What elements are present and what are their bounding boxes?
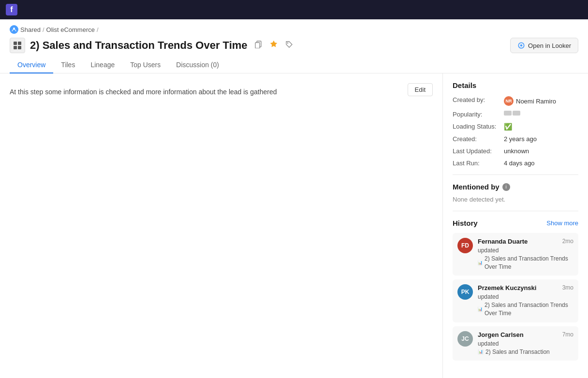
topbar-logo: f xyxy=(6,4,17,15)
history-time-pk: 3mo xyxy=(562,284,573,291)
tag-button[interactable] xyxy=(283,39,295,52)
created-by-label: Created by: xyxy=(453,96,501,103)
content-area: Edit At this step some information is ch… xyxy=(0,73,443,378)
breadcrumb-sep-2: / xyxy=(97,26,99,33)
history-desc-pk: updated 📊 2) Sales and Transaction Trend… xyxy=(478,293,573,317)
history-content-fd: Fernanda Duarte 2mo updated 📊 2) Sales a… xyxy=(478,238,573,271)
history-link-icon-pk: 📊 xyxy=(478,306,483,312)
history-desc-fd: updated 📊 2) Sales and Transaction Trend… xyxy=(478,247,573,271)
last-updated-row: Last Updated: unknown xyxy=(453,147,578,155)
history-top-jc: Jorgen Carlsen 7mo xyxy=(478,331,573,338)
tab-discussion[interactable]: Discussion (0) xyxy=(168,57,227,73)
loading-status-value: ✅ xyxy=(504,123,512,131)
mentioned-by-section: Mentioned by i None detected yet. xyxy=(453,183,578,203)
history-avatar-pk: PK xyxy=(457,284,473,300)
last-run-row: Last Run: 4 days ago xyxy=(453,160,578,167)
breadcrumb-shared-icon xyxy=(10,25,18,34)
mentioned-by-title: Mentioned by xyxy=(453,183,500,191)
history-time-fd: 2mo xyxy=(562,238,573,245)
last-run-label: Last Run: xyxy=(453,160,501,167)
main-layout: Edit At this step some information is ch… xyxy=(0,73,588,378)
history-avatar-fd: FD xyxy=(457,238,473,253)
pop-bar-1 xyxy=(504,111,512,116)
popularity-row: Popularity: xyxy=(453,111,578,118)
tabs: Overview Tiles Lineage Top Users Discuss… xyxy=(10,57,578,73)
breadcrumb: Shared / Olist eCommerce / xyxy=(10,25,578,34)
topbar: f xyxy=(0,0,588,19)
history-link-jc[interactable]: 📊 2) Sales and Transaction xyxy=(478,348,573,356)
created-by-row: Created by: NR Noemi Ramiro xyxy=(453,96,578,106)
history-avatar-jc: JC xyxy=(457,331,473,347)
dashboard-icon xyxy=(10,38,25,53)
tab-top-users[interactable]: Top Users xyxy=(122,57,168,73)
history-item-jc: JC Jorgen Carlsen 7mo updated 📊 2) Sales… xyxy=(453,326,578,361)
show-more-link[interactable]: Show more xyxy=(546,219,578,227)
breadcrumb-sep-1: / xyxy=(43,26,44,33)
history-item-pk: PK Przemek Kuczynski 3mo updated 📊 2) Sa… xyxy=(453,279,578,322)
popularity-label: Popularity: xyxy=(453,111,501,118)
tab-tiles[interactable]: Tiles xyxy=(53,57,83,73)
history-name-jc: Jorgen Carlsen xyxy=(478,331,524,338)
mentioned-by-header: Mentioned by i xyxy=(453,183,578,191)
created-by-value: NR Noemi Ramiro xyxy=(504,96,556,106)
svg-point-7 xyxy=(287,43,288,44)
loading-status-label: Loading Status: xyxy=(453,123,501,130)
edit-button[interactable]: Edit xyxy=(408,83,433,96)
sidebar: Details Created by: NR Noemi Ramiro Popu… xyxy=(443,73,588,378)
history-link-icon-jc: 📊 xyxy=(478,349,484,355)
header-area: Shared / Olist eCommerce / 2) Sales and … xyxy=(0,19,588,73)
title-row: 2) Sales and Transaction Trends Over Tim… xyxy=(10,38,578,53)
star-button[interactable] xyxy=(268,39,279,52)
history-top-fd: Fernanda Duarte 2mo xyxy=(478,238,573,245)
svg-rect-2 xyxy=(18,42,21,45)
tab-overview[interactable]: Overview xyxy=(10,57,53,73)
history-link-pk[interactable]: 📊 2) Sales and Transaction Trends Over T… xyxy=(478,301,573,318)
created-row: Created: 2 years ago xyxy=(453,135,578,143)
details-section: Details Created by: NR Noemi Ramiro Popu… xyxy=(453,81,578,167)
history-top-pk: Przemek Kuczynski 3mo xyxy=(478,284,573,291)
svg-rect-4 xyxy=(18,46,21,49)
last-run-value: 4 days ago xyxy=(504,160,535,167)
svg-rect-3 xyxy=(14,46,17,49)
history-name-pk: Przemek Kuczynski xyxy=(478,284,536,291)
none-detected-text: None detected yet. xyxy=(453,196,578,203)
popularity-bars xyxy=(504,111,520,116)
mentioned-by-info-icon[interactable]: i xyxy=(502,183,510,191)
history-section: History Show more FD Fernanda Duarte 2mo… xyxy=(453,219,578,361)
popularity-value xyxy=(504,111,520,116)
pop-bar-2 xyxy=(513,111,520,116)
history-desc-jc: updated 📊 2) Sales and Transaction xyxy=(478,340,573,356)
created-label: Created: xyxy=(453,135,501,143)
page-title: 2) Sales and Transaction Trends Over Tim… xyxy=(30,39,248,52)
history-header: History Show more xyxy=(453,219,578,227)
last-updated-label: Last Updated: xyxy=(453,147,501,155)
history-content-jc: Jorgen Carlsen 7mo updated 📊 2) Sales an… xyxy=(478,331,573,356)
svg-rect-6 xyxy=(255,43,260,48)
divider-2 xyxy=(453,211,578,211)
svg-point-9 xyxy=(520,44,523,47)
history-item-fd: FD Fernanda Duarte 2mo updated 📊 2) Sale… xyxy=(453,233,578,276)
history-link-icon-fd: 📊 xyxy=(478,260,483,266)
tab-lineage[interactable]: Lineage xyxy=(83,57,122,73)
divider-1 xyxy=(453,174,578,175)
creator-avatar: NR xyxy=(504,96,514,106)
created-value: 2 years ago xyxy=(504,135,537,143)
title-actions xyxy=(252,39,295,52)
history-link-fd[interactable]: 📊 2) Sales and Transaction Trends Over T… xyxy=(478,255,573,271)
copy-button[interactable] xyxy=(252,39,264,52)
history-content-pk: Przemek Kuczynski 3mo updated 📊 2) Sales… xyxy=(478,284,573,317)
last-updated-value: unknown xyxy=(504,147,529,155)
breadcrumb-shared-link[interactable]: Shared xyxy=(20,26,41,33)
loading-status-row: Loading Status: ✅ xyxy=(453,123,578,131)
open-in-looker-button[interactable]: Open in Looker xyxy=(510,38,578,53)
details-title: Details xyxy=(453,81,578,89)
history-title: History xyxy=(453,219,478,227)
history-time-jc: 7mo xyxy=(562,331,573,338)
content-description: At this step some information is checked… xyxy=(10,87,433,97)
svg-rect-1 xyxy=(14,42,17,45)
history-name-fd: Fernanda Duarte xyxy=(478,238,528,245)
title-left: 2) Sales and Transaction Trends Over Tim… xyxy=(10,38,295,53)
open-looker-label: Open in Looker xyxy=(528,42,571,49)
breadcrumb-section-link[interactable]: Olist eCommerce xyxy=(46,26,95,33)
